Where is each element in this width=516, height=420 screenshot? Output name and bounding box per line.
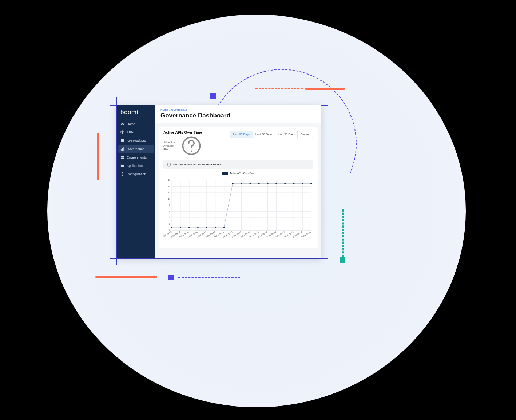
chart: 02468101214162024-06-052024-06-062024-06… — [163, 175, 313, 244]
card-subtitle: All active APIs per day. — [163, 135, 202, 156]
svg-point-70 — [310, 183, 312, 184]
notice-text: No data available before 2024-06-05. — [173, 163, 221, 166]
svg-point-57 — [197, 226, 199, 228]
breadcrumb: Home/Governance — [160, 108, 316, 111]
sidebar-item-label: Home — [127, 122, 135, 126]
gear-icon — [120, 172, 124, 176]
page-title: Governance Dashboard — [160, 112, 316, 119]
sidebar-item-environments[interactable]: Environments — [117, 153, 155, 161]
info-notice: No data available before 2024-06-05. — [163, 160, 313, 169]
svg-point-55 — [180, 226, 181, 228]
decorative-square — [168, 275, 174, 280]
svg-rect-10 — [122, 148, 123, 151]
range-tab-custom[interactable]: Custom — [298, 131, 313, 138]
svg-point-5 — [123, 140, 124, 141]
svg-point-7 — [122, 141, 123, 142]
sidebar-item-applications[interactable]: Applications — [117, 161, 155, 170]
range-tab-last-60-days[interactable]: Last 60 Days — [253, 131, 275, 138]
range-tabs: Last 90 DaysLast 60 DaysLast 30 DaysCust… — [230, 131, 313, 138]
svg-point-3 — [121, 140, 122, 141]
range-tab-last-90-days[interactable]: Last 90 Days — [230, 131, 253, 138]
svg-point-0 — [121, 139, 122, 140]
sidebar-item-home[interactable]: Home — [117, 120, 155, 128]
svg-rect-13 — [121, 157, 124, 159]
svg-point-67 — [284, 183, 286, 184]
svg-text:6: 6 — [169, 210, 170, 212]
svg-point-2 — [123, 139, 124, 140]
svg-point-61 — [232, 183, 234, 184]
main-panel: Home/Governance Governance Dashboard Act… — [155, 105, 321, 258]
svg-point-1 — [122, 139, 123, 140]
bars-icon — [120, 147, 124, 151]
svg-rect-11 — [123, 147, 124, 151]
svg-point-14 — [122, 173, 123, 175]
svg-text:8: 8 — [169, 204, 170, 206]
legend-swatch — [222, 172, 228, 175]
card-header: Active APIs Over Time All active APIs pe… — [163, 131, 313, 156]
svg-rect-12 — [121, 156, 124, 157]
decorative-dashes — [178, 277, 240, 278]
decorative-dashes-vertical — [342, 209, 344, 257]
svg-point-65 — [267, 183, 269, 184]
svg-point-62 — [241, 183, 242, 184]
sidebar-item-api-products[interactable]: API Products — [117, 136, 155, 145]
svg-point-4 — [122, 140, 123, 141]
decorative-bar — [95, 276, 157, 278]
svg-text:2: 2 — [169, 223, 170, 225]
sidebar-item-label: Applications — [127, 164, 144, 168]
decorative-square-teal — [340, 257, 345, 263]
chart-legend: Active APIs Over Time — [163, 172, 313, 175]
svg-rect-9 — [121, 149, 122, 151]
frame-line — [110, 258, 328, 259]
decorative-bar — [305, 88, 345, 90]
svg-point-59 — [215, 226, 216, 228]
breadcrumb-sep: / — [169, 108, 170, 111]
cube-icon — [120, 130, 124, 134]
breadcrumb-current[interactable]: Governance — [171, 108, 187, 111]
svg-text:16: 16 — [168, 179, 170, 181]
svg-text:2024-06-21: 2024-06-21 — [301, 231, 311, 238]
page-header: Home/Governance Governance Dashboard — [155, 105, 321, 123]
sidebar-item-label: API Products — [127, 139, 146, 143]
svg-point-64 — [258, 183, 260, 184]
svg-point-63 — [250, 183, 251, 184]
svg-point-18 — [169, 164, 169, 164]
legend-label: Active APIs Over Time — [230, 172, 255, 175]
svg-point-54 — [171, 226, 172, 228]
sidebar-item-label: Governance — [127, 147, 144, 151]
sidebar-item-label: Environments — [127, 156, 147, 159]
svg-text:10: 10 — [168, 198, 170, 200]
info-icon — [167, 163, 171, 167]
svg-point-56 — [188, 226, 190, 228]
range-tab-last-30-days[interactable]: Last 30 Days — [275, 131, 298, 138]
svg-point-60 — [223, 226, 225, 228]
svg-point-66 — [276, 183, 277, 184]
svg-point-68 — [293, 183, 294, 184]
brand-logo: boomi — [117, 109, 155, 120]
sidebar-item-apis[interactable]: APIs — [117, 128, 155, 136]
svg-text:12: 12 — [168, 191, 170, 193]
chart-card: Active APIs Over Time All active APIs pe… — [159, 127, 318, 248]
frame-line — [322, 97, 322, 265]
decorative-dashes — [255, 88, 303, 89]
sidebar: boomi HomeAPIsAPI ProductsGovernanceEnvi… — [117, 105, 155, 258]
card-subtitle-text: All active APIs per day. — [163, 141, 179, 151]
svg-point-8 — [123, 141, 124, 142]
sidebar-item-label: APIs — [127, 131, 134, 134]
breadcrumb-home[interactable]: Home — [160, 108, 168, 111]
app-window: boomi HomeAPIsAPI ProductsGovernanceEnvi… — [117, 105, 321, 258]
sidebar-item-governance[interactable]: Governance — [118, 145, 154, 153]
decorative-square — [210, 93, 216, 99]
sidebar-item-label: Configuration — [127, 172, 146, 176]
decorative-bar-vertical — [97, 133, 99, 180]
folder-icon — [120, 164, 124, 168]
help-icon[interactable] — [181, 135, 202, 156]
dots-icon — [120, 139, 124, 143]
chart-container: Active APIs Over Time 02468101214162024-… — [163, 172, 313, 245]
card-title: Active APIs Over Time — [163, 131, 202, 135]
home-icon — [120, 122, 124, 126]
svg-point-69 — [302, 183, 303, 184]
sidebar-item-configuration[interactable]: Configuration — [117, 170, 155, 178]
svg-text:4: 4 — [169, 216, 171, 219]
svg-point-6 — [121, 141, 122, 142]
